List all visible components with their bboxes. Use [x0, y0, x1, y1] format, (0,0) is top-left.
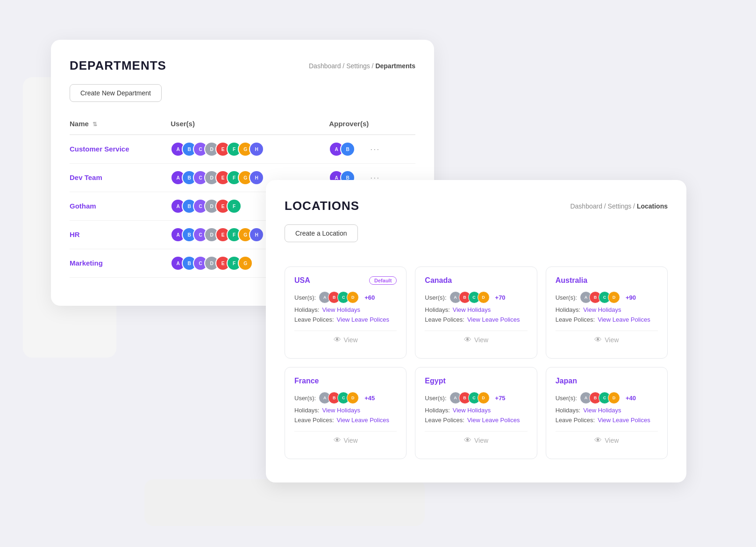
location-card-egypt: EgyptUser(s):ABCD+75Holidays: View Holid… — [415, 367, 537, 459]
holidays-label: Holidays: — [556, 306, 580, 313]
location-leave-row: Leave Polices: View Leave Polices — [425, 417, 527, 424]
page-wrapper: DEPARTMENTS Dashboard / Settings / Depar… — [51, 40, 705, 507]
departments-table-head: Name ⇅ User(s) Approver(s) — [70, 115, 415, 135]
create-location-button[interactable]: Create a Location — [285, 224, 358, 242]
users-label: User(s): — [556, 395, 577, 402]
eye-icon: 👁 — [594, 436, 602, 445]
view-leave-link[interactable]: View Leave Polices — [337, 316, 390, 323]
bg-decoration-bottom — [144, 479, 425, 526]
view-location-button-australia[interactable]: 👁View — [556, 331, 658, 349]
approver-group-wrap: AB··· — [329, 142, 415, 157]
small-avatar: D — [608, 291, 620, 303]
view-leave-link[interactable]: View Leave Polices — [467, 316, 520, 323]
view-leave-link[interactable]: View Leave Polices — [598, 316, 650, 323]
location-holidays-row: Holidays: View Holidays — [294, 407, 397, 414]
location-name: Canada — [425, 276, 452, 285]
view-location-button-japan[interactable]: 👁View — [556, 431, 658, 449]
location-card-usa: USADefaultUser(s):ABCD+60Holidays: View … — [285, 266, 407, 359]
leave-label: Leave Polices: — [556, 417, 595, 424]
user-count: +90 — [626, 294, 636, 301]
department-name[interactable]: Gotham — [70, 202, 96, 210]
location-card-header: France — [294, 377, 397, 385]
department-name[interactable]: Marketing — [70, 259, 103, 267]
loc-breadcrumb-path: Dashboard / Settings / — [570, 202, 635, 210]
holidays-label: Holidays: — [294, 407, 319, 414]
locations-breadcrumb: Dashboard / Settings / Locations — [570, 202, 668, 210]
small-avatar: D — [478, 392, 490, 404]
view-label: View — [605, 336, 619, 344]
user-count: +60 — [364, 294, 375, 301]
small-avatar-group: ABCD — [319, 392, 359, 404]
view-location-button-canada[interactable]: 👁View — [425, 331, 527, 349]
eye-icon: 👁 — [334, 436, 341, 445]
view-leave-link[interactable]: View Leave Polices — [467, 417, 520, 424]
location-holidays-row: Holidays: View Holidays — [425, 306, 527, 313]
user-count: +70 — [495, 294, 506, 301]
view-location-button-usa[interactable]: 👁View — [294, 331, 397, 349]
avatar: H — [249, 142, 264, 157]
view-holidays-link[interactable]: View Holidays — [322, 407, 360, 414]
view-leave-link[interactable]: View Leave Polices — [337, 417, 390, 424]
eye-icon: 👁 — [464, 436, 471, 445]
department-name[interactable]: Customer Service — [70, 145, 129, 153]
department-name[interactable]: HR — [70, 230, 80, 238]
users-label: User(s): — [425, 294, 446, 301]
users-label: User(s): — [294, 294, 316, 301]
view-leave-link[interactable]: View Leave Polices — [598, 417, 650, 424]
small-avatar-group: ABCD — [449, 392, 490, 404]
view-holidays-link[interactable]: View Holidays — [453, 407, 491, 414]
departments-header: DEPARTMENTS Dashboard / Settings / Depar… — [70, 58, 415, 73]
view-location-button-egypt[interactable]: 👁View — [425, 431, 527, 449]
location-card-header: Canada — [425, 276, 527, 285]
user-count: +45 — [364, 395, 375, 402]
view-location-button-france[interactable]: 👁View — [294, 431, 397, 449]
breadcrumb-path: Dashboard / Settings / — [309, 62, 374, 70]
table-row: Customer ServiceABCDEFGHAB··· — [70, 135, 415, 164]
view-label: View — [344, 437, 358, 444]
users-label: User(s): — [425, 395, 446, 402]
avatar: H — [249, 170, 264, 185]
view-holidays-link[interactable]: View Holidays — [453, 306, 491, 313]
location-users-row: User(s):ABCD+45 — [294, 392, 397, 404]
view-label: View — [474, 336, 488, 344]
avatar-group: AB — [329, 142, 355, 157]
location-name: Japan — [556, 377, 577, 385]
location-name: Egypt — [425, 377, 445, 385]
location-holidays-row: Holidays: View Holidays — [425, 407, 527, 414]
view-label: View — [605, 437, 619, 444]
department-name[interactable]: Dev Team — [70, 173, 102, 181]
default-badge: Default — [369, 276, 397, 285]
location-leave-row: Leave Polices: View Leave Polices — [425, 316, 527, 323]
view-holidays-link[interactable]: View Holidays — [322, 306, 360, 313]
location-name: USA — [294, 276, 310, 285]
view-holidays-link[interactable]: View Holidays — [583, 407, 621, 414]
small-avatar: D — [347, 392, 359, 404]
small-avatar-group: ABCD — [449, 291, 490, 303]
user-count: +75 — [495, 395, 506, 402]
avatar: B — [340, 142, 355, 157]
departments-breadcrumb: Dashboard / Settings / Departments — [309, 62, 415, 70]
location-leave-row: Leave Polices: View Leave Polices — [556, 417, 658, 424]
location-card-japan: JapanUser(s):ABCD+40Holidays: View Holid… — [546, 367, 668, 459]
locations-card: LOCATIONS Dashboard / Settings / Locatio… — [266, 180, 686, 482]
avatar: H — [249, 227, 264, 242]
holidays-label: Holidays: — [556, 407, 580, 414]
small-avatar-group: ABCD — [319, 291, 359, 303]
sort-icon: ⇅ — [93, 121, 97, 128]
create-department-button[interactable]: Create New Department — [70, 84, 162, 102]
more-options-icon[interactable]: ··· — [370, 144, 380, 154]
eye-icon: 👁 — [464, 336, 471, 344]
small-avatar-group: ABCD — [580, 392, 620, 404]
view-label: View — [344, 336, 358, 344]
location-users-row: User(s):ABCD+40 — [556, 392, 658, 404]
location-card-header: USADefault — [294, 276, 397, 285]
users-label: User(s): — [556, 294, 577, 301]
view-holidays-link[interactable]: View Holidays — [583, 306, 621, 313]
loc-breadcrumb-current: Locations — [637, 202, 668, 210]
avatar-group: ABCDEFGH — [171, 142, 329, 157]
small-avatar: D — [478, 291, 490, 303]
eye-icon: 👁 — [594, 336, 602, 344]
holidays-label: Holidays: — [425, 306, 449, 313]
departments-title: DEPARTMENTS — [70, 58, 166, 73]
location-leave-row: Leave Polices: View Leave Polices — [294, 417, 397, 424]
